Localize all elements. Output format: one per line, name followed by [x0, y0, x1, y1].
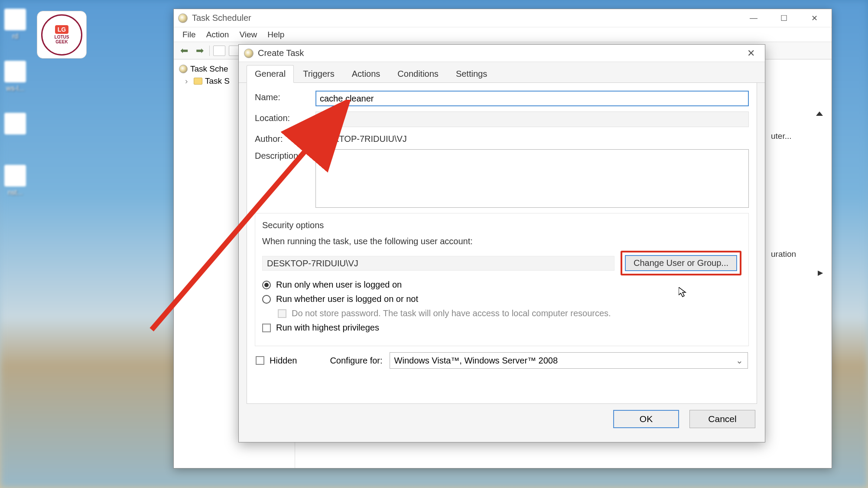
security-legend: Security options — [262, 220, 741, 230]
window-title: Task Scheduler — [192, 13, 251, 23]
channel-watermark: LG LOTUS GEEK — [37, 11, 87, 59]
when-running-label: When running the task, use the following… — [262, 236, 741, 246]
close-button[interactable]: ✕ — [742, 48, 760, 59]
chevron-down-icon: ⌄ — [736, 355, 743, 366]
configure-for-dropdown[interactable]: Windows Vista™, Windows Server™ 2008 ⌄ — [390, 352, 748, 369]
tab-settings[interactable]: Settings — [448, 65, 495, 83]
folder-icon — [194, 78, 202, 85]
tab-content-general: Name: Location: \ Author: DESKTOP-7RIDUI… — [247, 83, 757, 404]
menu-help[interactable]: Help — [263, 28, 289, 41]
back-button[interactable]: ⬅ — [178, 46, 190, 56]
user-account-field: DESKTOP-7RIDUIU\VJ — [262, 256, 614, 271]
radio-whether-logged[interactable]: Run whether user is logged on or not — [262, 294, 741, 304]
name-label: Name: — [255, 91, 315, 102]
desktop-icon[interactable]: rd — [0, 9, 30, 52]
checkbox-icon — [256, 356, 264, 365]
security-options-group: Security options When running the task, … — [255, 213, 749, 346]
maximize-button[interactable]: ☐ — [775, 13, 793, 23]
clock-icon — [178, 13, 188, 23]
up-arrow-icon[interactable] — [816, 111, 823, 116]
create-task-dialog: Create Task ✕ General Triggers Actions C… — [238, 44, 765, 442]
ok-button[interactable]: OK — [613, 410, 679, 428]
menu-file[interactable]: File — [178, 28, 200, 41]
location-value: \ — [315, 111, 749, 127]
tab-general[interactable]: General — [247, 65, 294, 83]
desktop-icon[interactable] — [0, 113, 30, 156]
configure-for-label: Configure for: — [330, 356, 382, 366]
radio-icon — [262, 281, 271, 289]
menubar: File Action View Help — [174, 27, 832, 42]
close-button[interactable]: ✕ — [806, 13, 823, 23]
description-label: Description: — [255, 149, 315, 161]
location-label: Location: — [255, 111, 315, 123]
description-input[interactable] — [315, 149, 749, 208]
tab-actions[interactable]: Actions — [344, 65, 389, 83]
tab-conditions[interactable]: Conditions — [389, 65, 447, 83]
checkbox-icon — [278, 309, 286, 318]
highest-privileges-checkbox[interactable]: Run with highest privileges — [262, 323, 741, 333]
forward-button[interactable]: ➡ — [194, 46, 206, 56]
tab-triggers[interactable]: Triggers — [295, 65, 343, 83]
cancel-button[interactable]: Cancel — [689, 410, 755, 428]
no-password-checkbox: Do not store password. The task will onl… — [262, 308, 741, 318]
titlebar[interactable]: Task Scheduler — ☐ ✕ — [174, 9, 832, 27]
menu-action[interactable]: Action — [202, 28, 234, 41]
menu-view[interactable]: View — [235, 28, 261, 41]
right-arrow-icon[interactable]: ▶ — [771, 269, 823, 277]
toolbar-button[interactable] — [213, 46, 225, 56]
dialog-title: Create Task — [258, 48, 304, 58]
author-label: Author: — [255, 132, 315, 144]
tab-strip: General Triggers Actions Conditions Sett… — [239, 62, 765, 83]
chevron-right-icon: › — [185, 76, 191, 86]
radio-icon — [262, 295, 271, 304]
actions-pane-fragment: uter... uration ▶ — [771, 118, 823, 277]
radio-logged-on[interactable]: Run only when user is logged on — [262, 280, 741, 290]
hidden-checkbox[interactable]: Hidden — [256, 356, 297, 366]
annotation-highlight-box: Change User or Group... — [621, 251, 741, 275]
watermark-lg: LG — [55, 25, 68, 34]
desktop-icon[interactable]: nst... — [0, 165, 30, 208]
clock-icon — [244, 49, 254, 58]
author-value: DESKTOP-7RIDUIU\VJ — [315, 132, 749, 144]
desktop-icon[interactable]: ws-l... — [0, 61, 30, 104]
desktop-icons: rd ws-l... nst... — [0, 4, 35, 217]
checkbox-icon — [262, 324, 271, 332]
minimize-button[interactable]: — — [745, 13, 762, 23]
dialog-titlebar[interactable]: Create Task ✕ — [239, 45, 765, 62]
clock-icon — [179, 65, 188, 73]
change-user-button[interactable]: Change User or Group... — [625, 255, 737, 271]
name-input[interactable] — [315, 91, 749, 106]
